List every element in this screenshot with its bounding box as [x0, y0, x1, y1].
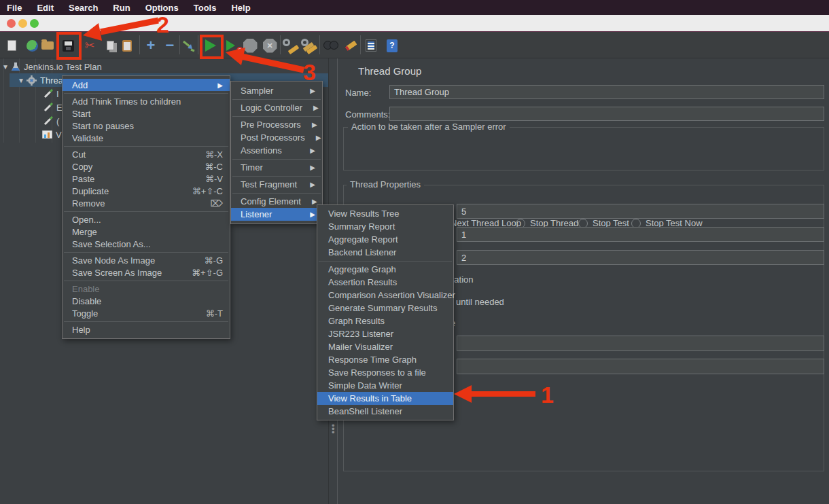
listener-item-response-time-graph[interactable]: Response Time Graph	[317, 353, 453, 366]
context-menu-item-cut[interactable]: Cut⌘-X	[63, 148, 230, 160]
context-menu-item-disable[interactable]: Disable	[63, 295, 230, 307]
menu-separator	[231, 114, 322, 118]
open-file-icon[interactable]	[39, 36, 56, 55]
add-submenu-item-config-element[interactable]: Config Element▶	[231, 195, 322, 208]
context-menu-item-save-screen-as-image[interactable]: Save Screen As Image⌘+⇧-G	[63, 266, 230, 278]
loop-count-value: 2	[461, 253, 466, 263]
listener-item-summary-report[interactable]: Summary Report	[317, 220, 453, 233]
listener-item-backend-listener[interactable]: Backend Listener	[317, 246, 453, 259]
splitter-grip-icon[interactable]: •••	[332, 424, 335, 434]
startup-delay-input[interactable]	[457, 359, 824, 374]
duration-input[interactable]	[457, 336, 824, 351]
number-of-threads-input[interactable]: 5	[457, 204, 824, 219]
add-submenu-item-test-fragment[interactable]: Test Fragment▶	[231, 178, 322, 191]
comments-input[interactable]	[389, 107, 824, 121]
context-menu-item-merge[interactable]: Merge	[63, 226, 230, 238]
reset-search-icon[interactable]	[342, 36, 359, 55]
delay-thread-label-partial: until needed	[456, 297, 504, 307]
context-menu-item-start[interactable]: Start	[63, 107, 230, 120]
start-no-pauses-icon[interactable]	[222, 36, 239, 55]
context-menu-item-open[interactable]: Open...	[63, 213, 230, 226]
listener-item-graph-results[interactable]: Graph Results	[317, 314, 453, 327]
add-submenu-item-post-processors[interactable]: Post Processors▶	[231, 131, 322, 144]
chevron-down-icon[interactable]: ▼	[1, 63, 10, 71]
menu-file[interactable]: File	[7, 3, 22, 13]
context-menu-item-toggle[interactable]: Toggle⌘-T	[63, 307, 230, 319]
close-window-button[interactable]	[7, 19, 16, 28]
listener-item-jsr223-listener[interactable]: JSR223 Listener	[317, 327, 453, 340]
globe-icon	[27, 40, 38, 52]
listener-item-assertion-results[interactable]: Assertion Results	[317, 276, 453, 289]
name-input[interactable]: Thread Group	[389, 85, 824, 99]
submenu-arrow-icon: ▶	[299, 211, 315, 218]
menu-separator	[317, 259, 453, 263]
function-helper-icon[interactable]	[362, 36, 380, 55]
copy-icon[interactable]	[101, 36, 119, 55]
menu-help[interactable]: Help	[231, 3, 250, 13]
add-submenu-item-timer[interactable]: Timer▶	[231, 161, 322, 174]
binoculars-icon	[323, 41, 338, 50]
menu-separator	[231, 157, 322, 161]
help-icon[interactable]: ?	[383, 36, 401, 55]
remove-element-icon[interactable]: −	[161, 36, 179, 55]
menu-separator	[63, 91, 230, 95]
listener-item-beanshell-listener[interactable]: BeanShell Listener	[317, 405, 453, 418]
toolbar-separator	[360, 35, 361, 54]
context-menu-item-copy[interactable]: Copy⌘-C	[63, 160, 230, 173]
menu-tools[interactable]: Tools	[194, 3, 217, 13]
add-submenu-item-logic-controller[interactable]: Logic Controller▶	[231, 101, 322, 114]
shutdown-icon[interactable]: ✕	[261, 36, 279, 55]
menu-run[interactable]: Run	[113, 3, 130, 13]
loop-count-input[interactable]: 2	[457, 250, 824, 265]
chevron-down-icon[interactable]: ▼	[17, 77, 25, 84]
add-submenu-item-assertions[interactable]: Assertions▶	[231, 144, 322, 157]
context-menu-item-remove[interactable]: Remove⌦	[63, 197, 230, 209]
listener-item-aggregate-graph[interactable]: Aggregate Graph	[317, 263, 453, 276]
menu-shortcut: ⌘-X	[186, 149, 223, 160]
minus-icon: −	[166, 38, 175, 53]
context-menu-item-validate[interactable]: Validate	[63, 132, 230, 144]
document-icon	[7, 40, 16, 51]
menu-item-label: Add	[72, 80, 88, 90]
context-menu-item-duplicate[interactable]: Duplicate⌘+⇧-C	[63, 185, 230, 197]
stop-icon[interactable]	[241, 36, 259, 55]
toolbar-separator	[319, 35, 320, 54]
new-file-icon[interactable]	[3, 36, 20, 55]
add-submenu-item-pre-processors[interactable]: Pre Processors▶	[231, 118, 322, 131]
paste-icon[interactable]	[118, 36, 136, 55]
add-submenu-item-sampler[interactable]: Sampler▶	[231, 84, 322, 97]
context-menu-item-add[interactable]: Add ▶	[63, 79, 230, 91]
listener-submenu: View Results Tree Summary Report Aggrega…	[317, 204, 454, 420]
menu-item-label: View Results Tree	[328, 209, 400, 219]
listener-item-save-responses-to-a-file[interactable]: Save Responses to a file	[317, 366, 453, 379]
menu-search[interactable]: Search	[69, 3, 98, 13]
listener-item-aggregate-report[interactable]: Aggregate Report	[317, 233, 453, 246]
search-icon[interactable]	[322, 36, 340, 55]
tree-node-test-plan[interactable]: ▼ Jenkins.io Test Plan	[0, 60, 328, 73]
context-menu-item-start-no-pauses[interactable]: Start no pauses	[63, 120, 230, 132]
menu-edit[interactable]: Edit	[37, 3, 54, 13]
minimize-window-button[interactable]	[18, 19, 27, 28]
clear-all-icon[interactable]	[300, 36, 318, 55]
context-menu-item-save-node-as-image[interactable]: Save Node As Image⌘-G	[63, 254, 230, 266]
toggle-icon[interactable]	[180, 36, 198, 55]
context-menu-item-add-think-times[interactable]: Add Think Times to children	[63, 95, 230, 107]
listener-item-comparison-assertion-visualizer[interactable]: Comparison Assertion Visualizer	[317, 289, 453, 302]
context-menu-item-help[interactable]: Help	[63, 323, 230, 336]
listener-item-view-results-in-table[interactable]: View Results in Table	[317, 392, 453, 405]
cut-icon[interactable]: ✂	[81, 36, 99, 55]
menu-options[interactable]: Options	[145, 3, 179, 13]
listener-item-mailer-visualizer[interactable]: Mailer Visualizer	[317, 340, 453, 353]
add-submenu-item-listener[interactable]: Listener▶	[231, 208, 322, 221]
listener-item-simple-data-writer[interactable]: Simple Data Writer	[317, 379, 453, 392]
add-element-icon[interactable]: +	[142, 36, 160, 55]
scissors-icon: ✂	[84, 39, 94, 52]
listener-item-generate-summary-results[interactable]: Generate Summary Results	[317, 302, 453, 314]
context-menu-item-save-selection-as[interactable]: Save Selection As...	[63, 238, 230, 250]
ramp-up-period-input[interactable]: 1	[457, 227, 824, 242]
listener-item-view-results-tree[interactable]: View Results Tree	[317, 207, 453, 220]
clear-icon[interactable]	[282, 36, 300, 55]
zoom-window-button[interactable]	[30, 19, 39, 28]
context-menu-item-paste[interactable]: Paste⌘-V	[63, 173, 230, 185]
title-bar	[0, 15, 829, 32]
